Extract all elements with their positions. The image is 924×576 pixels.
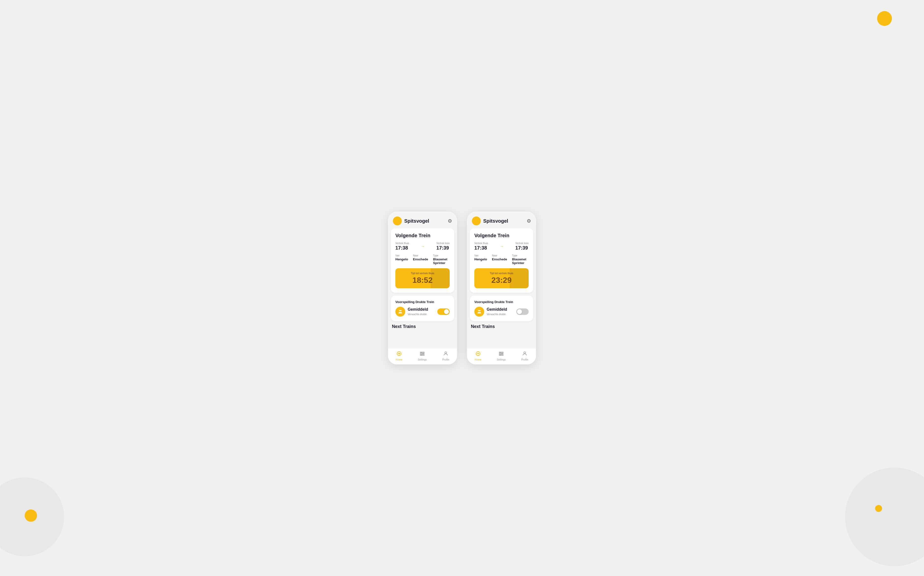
naar-value-right: Enschede [492, 258, 507, 261]
phone-right-content: Volgende Trein Vertrek thuis 17:38 → Ver… [467, 228, 536, 348]
vertrek-trein-block-left: Vertrek trein 17:39 [436, 242, 450, 251]
volgende-trein-card-right: Volgende Trein Vertrek thuis 17:38 → Ver… [470, 228, 533, 293]
volgende-trein-card-left: Volgende Trein Vertrek thuis 17:38 → Ver… [391, 228, 454, 293]
svg-point-26 [500, 352, 501, 353]
drukte-level-left: Gemiddeld [408, 307, 428, 312]
header-right-left: Spitsvogel [472, 216, 508, 226]
nav-settings-label-right: Settings [497, 358, 506, 361]
nav-profile-left[interactable]: Profile [442, 351, 449, 361]
vertrek-trein-block-right: Vertrek trein 17:39 [515, 242, 529, 251]
gear-icon-left[interactable]: ⚙ [448, 218, 452, 224]
vertrek-thuis-block-right: Vertrek thuis 17:38 [474, 242, 488, 251]
vertrek-thuis-value-left: 17:38 [395, 245, 409, 251]
nav-profile-label-right: Profile [521, 358, 528, 361]
countdown-label-left: Tijd tot vertrek thuis [399, 272, 446, 275]
gear-icon-right[interactable]: ⚙ [527, 218, 531, 224]
bg-circle-right [845, 467, 924, 566]
drukte-row-right: Gemiddeld Verwachte drukte [474, 307, 529, 317]
svg-point-28 [500, 355, 501, 355]
home-icon-left [396, 351, 402, 358]
route-info-right: Van Hengelo Naar Enschede Type Blauwnet … [474, 254, 529, 265]
header-left: Spitsvogel [393, 216, 429, 226]
svg-rect-8 [420, 352, 425, 353]
nav-settings-right[interactable]: Settings [497, 351, 506, 361]
arrow-icon-right: → [499, 244, 504, 249]
svg-rect-10 [420, 355, 425, 355]
naar-block-left: Naar Enschede [413, 254, 428, 265]
phone-right-inner: Spitsvogel ⚙ Volgende Trein Vertrek thui… [467, 211, 536, 365]
svg-point-15 [478, 310, 479, 311]
toggle-right[interactable] [516, 309, 529, 315]
nav-home-label-left: Home [396, 358, 402, 361]
van-value-left: Hengelo [395, 258, 408, 261]
vertrek-thuis-block-left: Vertrek thuis 17:38 [395, 242, 409, 251]
logo-circle-right [472, 216, 481, 226]
vertrek-trein-value-left: 17:39 [436, 245, 450, 251]
next-trains-title-right: Next Trains [470, 324, 533, 329]
settings-icon-left [420, 351, 425, 358]
phones-container: Spitsvogel ⚙ Volgende Trein Vertrek thui… [388, 211, 536, 365]
route-info-left: Van Hengelo Naar Enschede Type Blauwnet … [395, 254, 450, 265]
next-trains-title-left: Next Trains [391, 324, 454, 329]
svg-point-16 [479, 310, 481, 311]
naar-block-right: Naar Enschede [492, 254, 507, 265]
toggle-knob-left [444, 309, 449, 314]
countdown-left: Tijd tot vertrek thuis 18:52 [395, 268, 450, 288]
nav-home-left[interactable]: Home [396, 351, 402, 361]
svg-point-12 [423, 354, 424, 354]
type-label-right: Type [512, 254, 529, 257]
phone-right: Spitsvogel ⚙ Volgende Trein Vertrek thui… [467, 211, 536, 365]
phone-left: Spitsvogel ⚙ Volgende Trein Vertrek thui… [388, 211, 457, 365]
svg-point-29 [524, 352, 526, 354]
type-block-right: Type Blauwnet Sprinter [512, 254, 529, 265]
train-times-right: Vertrek thuis 17:38 → Vertrek trein 17:3… [474, 242, 529, 251]
naar-value-left: Enschede [413, 258, 428, 261]
drukte-sublabel-right: Verwachte drukte [487, 313, 506, 315]
profile-icon-left [443, 351, 448, 358]
phone-right-header: Spitsvogel ⚙ [467, 211, 536, 228]
toggle-left[interactable] [437, 309, 450, 315]
svg-point-27 [502, 354, 502, 354]
toggle-knob-right [517, 309, 522, 314]
countdown-label-right: Tijd tot vertrek thuis [478, 272, 525, 275]
svg-point-11 [421, 352, 422, 353]
vertrek-trein-label-right: Vertrek trein [515, 242, 529, 245]
app-title-right: Spitsvogel [483, 218, 508, 224]
svg-point-18 [477, 353, 479, 354]
bottom-nav-right: Home Settings [467, 348, 536, 365]
countdown-right: Tijd tot vertrek thuis 23:29 [474, 268, 529, 288]
van-value-right: Hengelo [474, 258, 487, 261]
vertrek-thuis-label-left: Vertrek thuis [395, 242, 409, 245]
svg-point-14 [445, 352, 447, 354]
drukte-row-left: Gemiddeld Verwachte drukte [395, 307, 450, 317]
drukte-title-left: Voorspelling Drukte Trein [395, 300, 450, 304]
nav-settings-label-left: Settings [418, 358, 427, 361]
vertrek-trein-label-left: Vertrek trein [436, 242, 450, 245]
drukte-icon-left [395, 307, 405, 317]
countdown-value-right: 23:29 [478, 276, 525, 285]
drukte-level-right: Gemiddeld [487, 307, 507, 312]
naar-label-right: Naar [492, 254, 507, 257]
van-label-left: Van [395, 254, 408, 257]
countdown-value-left: 18:52 [399, 276, 446, 285]
van-label-right: Van [474, 254, 487, 257]
naar-label-left: Naar [413, 254, 428, 257]
phone-left-header: Spitsvogel ⚙ [388, 211, 457, 228]
svg-point-3 [398, 353, 400, 354]
van-block-left: Van Hengelo [395, 254, 408, 265]
drukte-text-right: Gemiddeld Verwachte drukte [487, 307, 507, 316]
drukte-card-right: Voorspelling Drukte Trein [470, 296, 533, 321]
nav-home-right[interactable]: Home [475, 351, 481, 361]
drukte-left-left: Gemiddeld Verwachte drukte [395, 307, 428, 317]
phone-left-content: Volgende Trein Vertrek thuis 17:38 → Ver… [388, 228, 457, 348]
drukte-left-right: Gemiddeld Verwachte drukte [474, 307, 507, 317]
type-value-left: Blauwnet Sprinter [433, 258, 450, 265]
nav-profile-label-left: Profile [442, 358, 449, 361]
app-title-left: Spitsvogel [404, 218, 429, 224]
nav-settings-left[interactable]: Settings [418, 351, 427, 361]
vertrek-trein-value-right: 17:39 [515, 245, 529, 251]
type-label-left: Type [433, 254, 450, 257]
nav-profile-right[interactable]: Profile [521, 351, 528, 361]
dot-yellow-top-right [877, 11, 892, 26]
drukte-text-left: Gemiddeld Verwachte drukte [408, 307, 428, 316]
